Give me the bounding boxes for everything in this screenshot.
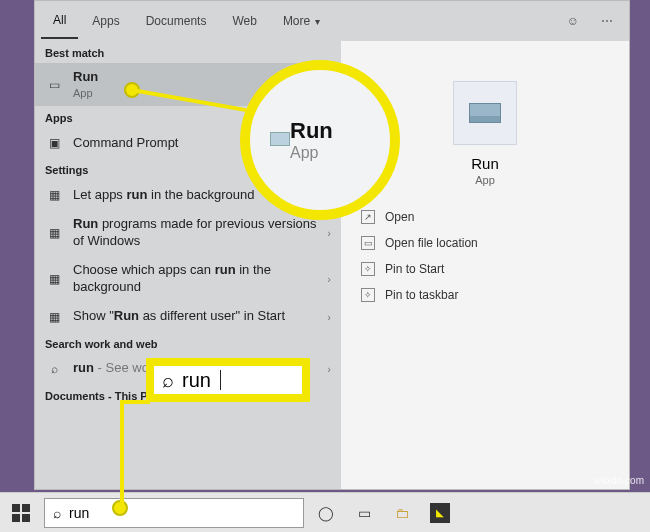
settings-item-icon: ▦: [45, 270, 63, 288]
action-open[interactable]: ↗Open: [357, 204, 613, 230]
app-icon[interactable]: ◣: [430, 503, 450, 523]
task-view-icon[interactable]: ▭: [354, 503, 374, 523]
results-list: Best match ▭ Run App Apps ▣ Command Prom…: [35, 41, 341, 489]
taskbar-search-box[interactable]: ⌕: [44, 498, 304, 528]
tab-apps[interactable]: Apps: [80, 4, 131, 38]
open-icon: ↗: [361, 210, 375, 224]
run-large-icon: [453, 81, 517, 145]
action-pin-start[interactable]: ✧Pin to Start: [357, 256, 613, 282]
pin-icon: ✧: [361, 288, 375, 302]
section-work-web: Search work and web: [35, 332, 341, 354]
tab-all[interactable]: All: [41, 3, 78, 39]
annotation-line: [120, 400, 150, 404]
section-settings: Settings: [35, 158, 341, 180]
settings-item-icon: ▦: [45, 224, 63, 242]
svg-rect-3: [22, 514, 30, 522]
result-command-prompt[interactable]: ▣ Command Prompt ›: [35, 128, 341, 158]
tab-web[interactable]: Web: [220, 4, 268, 38]
svg-rect-1: [22, 504, 30, 512]
result-compat-programs[interactable]: ▦ Run programs made for previous version…: [35, 210, 341, 256]
chevron-right-icon: ›: [327, 363, 331, 375]
start-button[interactable]: [12, 504, 30, 522]
cortana-icon[interactable]: ◯: [316, 503, 336, 523]
details-subtitle: App: [475, 174, 495, 186]
tab-more[interactable]: More ▾: [271, 4, 332, 38]
watermark: wsxdn.com: [594, 475, 644, 486]
search-scope-tabs: All Apps Documents Web More ▾ ☺ ⋯: [35, 1, 629, 41]
search-icon: ⌕: [162, 369, 174, 392]
result-background-apps[interactable]: ▦ Let apps run in the background ›: [35, 180, 341, 210]
details-pane: Run App ↗Open ▭Open file location ✧Pin t…: [341, 41, 629, 489]
result-run-as-user[interactable]: ▦ Show "Run as different user" in Start …: [35, 302, 341, 332]
terminal-icon: ▣: [45, 134, 63, 152]
tab-documents[interactable]: Documents: [134, 4, 219, 38]
chevron-right-icon: ›: [327, 273, 331, 285]
folder-icon: ▭: [361, 236, 375, 250]
svg-rect-2: [12, 514, 20, 522]
annotation-zoom-search: ⌕ run: [146, 358, 310, 402]
file-explorer-icon[interactable]: 🗀: [392, 503, 412, 523]
more-options-icon[interactable]: ⋯: [591, 6, 623, 36]
taskbar-search-input[interactable]: [69, 505, 295, 521]
details-title: Run: [471, 155, 499, 172]
chevron-right-icon: ›: [327, 311, 331, 323]
run-icon: ▭: [45, 76, 63, 94]
taskbar: ⌕ ◯ ▭ 🗀 ◣: [0, 492, 650, 532]
action-open-file-location[interactable]: ▭Open file location: [357, 230, 613, 256]
chevron-right-icon: ›: [327, 227, 331, 239]
svg-rect-0: [12, 504, 20, 512]
search-icon: ⌕: [45, 360, 63, 378]
result-choose-apps[interactable]: ▦ Choose which apps can run in the backg…: [35, 256, 341, 302]
action-pin-taskbar[interactable]: ✧Pin to taskbar: [357, 282, 613, 308]
search-icon: ⌕: [53, 505, 61, 521]
settings-item-icon: ▦: [45, 308, 63, 326]
feedback-icon[interactable]: ☺: [557, 6, 589, 36]
section-best-match: Best match: [35, 41, 341, 63]
chevron-down-icon: ▾: [312, 16, 320, 27]
pin-icon: ✧: [361, 262, 375, 276]
chevron-right-icon: ›: [327, 137, 331, 149]
annotation-line: [120, 400, 124, 504]
settings-item-icon: ▦: [45, 186, 63, 204]
section-apps: Apps: [35, 106, 341, 128]
chevron-right-icon: ›: [327, 189, 331, 201]
